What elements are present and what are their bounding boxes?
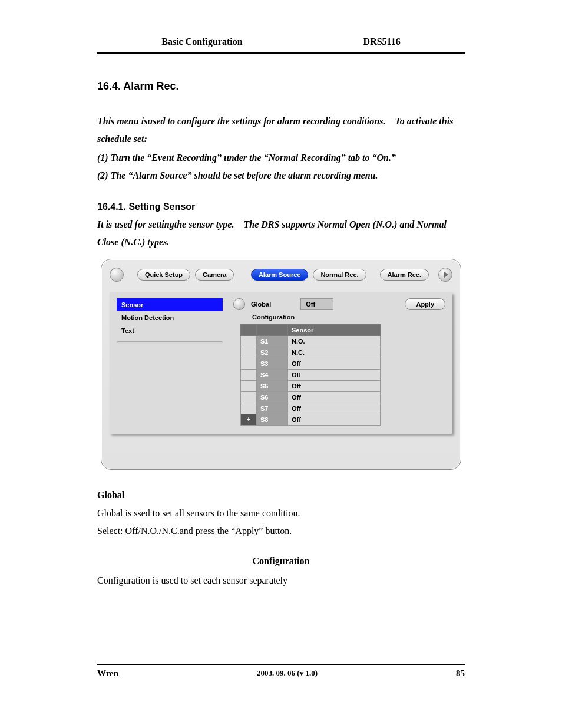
table-row: S1N.O.: [241, 336, 381, 347]
sensor-value[interactable]: Off: [288, 392, 381, 403]
table-row: +S8Off: [241, 414, 381, 426]
configuration-text: Configuration is used to set each sensor…: [97, 574, 465, 588]
global-text-2: Select: Off/N.O./N.C.and press the “Appl…: [97, 524, 465, 538]
sensor-value[interactable]: Off: [288, 358, 381, 370]
side-separator: [117, 341, 223, 344]
sensor-id: S4: [257, 370, 288, 381]
tab-camera[interactable]: Camera: [195, 269, 234, 281]
tab-quick-setup[interactable]: Quick Setup: [137, 269, 190, 281]
footer-brand: Wren: [97, 668, 118, 678]
section-step-2: (2) The “Alarm Source” should be set bef…: [97, 169, 465, 183]
sensor-value[interactable]: Off: [288, 370, 381, 381]
sensor-value[interactable]: Off: [288, 381, 381, 392]
sensor-id: S3: [257, 358, 288, 370]
table-row: S4Off: [241, 370, 381, 381]
expand-icon[interactable]: +: [241, 414, 257, 426]
sensor-value[interactable]: N.O.: [288, 336, 381, 347]
ui-screenshot: Quick Setup Camera Alarm Source Normal R…: [101, 259, 461, 470]
header-rule: [97, 52, 465, 54]
sensor-value[interactable]: Off: [288, 414, 381, 426]
footer-page-number: 85: [456, 668, 465, 678]
sensor-table: Sensor S1N.O. S2N.C. S3Off S4Off S5Off S…: [240, 324, 381, 426]
section-intro: This menu isused to configure the settin…: [97, 113, 465, 147]
section-step-1: (1) Turn the “Event Recording” under the…: [97, 151, 465, 165]
sensor-id: S2: [257, 347, 288, 358]
global-label: Global: [251, 301, 271, 308]
side-list: Sensor Motion Detection Text: [117, 298, 223, 426]
sensor-id: S8: [257, 414, 288, 426]
side-item-text[interactable]: Text: [117, 324, 223, 337]
sensor-value[interactable]: Off: [288, 403, 381, 414]
side-item-sensor[interactable]: Sensor: [117, 298, 223, 311]
sensor-id: S1: [257, 336, 288, 347]
configuration-heading: Configuration: [97, 552, 465, 570]
sensor-table-header-blank2: [257, 325, 288, 336]
sensor-id: S6: [257, 392, 288, 403]
global-value[interactable]: Off: [300, 298, 333, 310]
section-title: 16.4. Alarm Rec.: [97, 80, 465, 93]
nav-next-icon[interactable]: [438, 268, 452, 282]
configuration-label: Configuration: [252, 314, 445, 321]
tab-alarm-source[interactable]: Alarm Source: [251, 269, 309, 281]
apply-button[interactable]: Apply: [405, 298, 445, 310]
subsection-intro: It is used for settingthe sensor type. T…: [97, 216, 465, 251]
sensor-table-header-blank1: [241, 325, 257, 336]
global-text-1: Global is ssed to set all sensors to the…: [97, 506, 465, 521]
table-row: S2N.C.: [241, 347, 381, 358]
table-row: S3Off: [241, 358, 381, 370]
global-knob-icon[interactable]: [233, 298, 245, 310]
header-left: Basic Configuration: [161, 37, 242, 47]
sensor-id: S5: [257, 381, 288, 392]
side-item-motion-detection[interactable]: Motion Detection: [117, 311, 223, 324]
global-heading: Global: [97, 486, 465, 504]
header-right: DRS5116: [363, 37, 401, 47]
sensor-value[interactable]: N.C.: [288, 347, 381, 358]
sensor-id: S7: [257, 403, 288, 414]
tab-normal-rec[interactable]: Normal Rec.: [313, 269, 366, 281]
table-row: S7Off: [241, 403, 381, 414]
nav-prev-icon[interactable]: [110, 268, 124, 282]
table-row: S5Off: [241, 381, 381, 392]
subsection-title: 16.4.1. Setting Sensor: [97, 202, 465, 212]
footer-rule: [97, 664, 465, 665]
table-row: S6Off: [241, 392, 381, 403]
tab-alarm-rec[interactable]: Alarm Rec.: [380, 269, 429, 281]
sensor-table-header: Sensor: [288, 325, 381, 336]
footer-date: 2003. 09. 06 (v 1.0): [257, 668, 318, 678]
